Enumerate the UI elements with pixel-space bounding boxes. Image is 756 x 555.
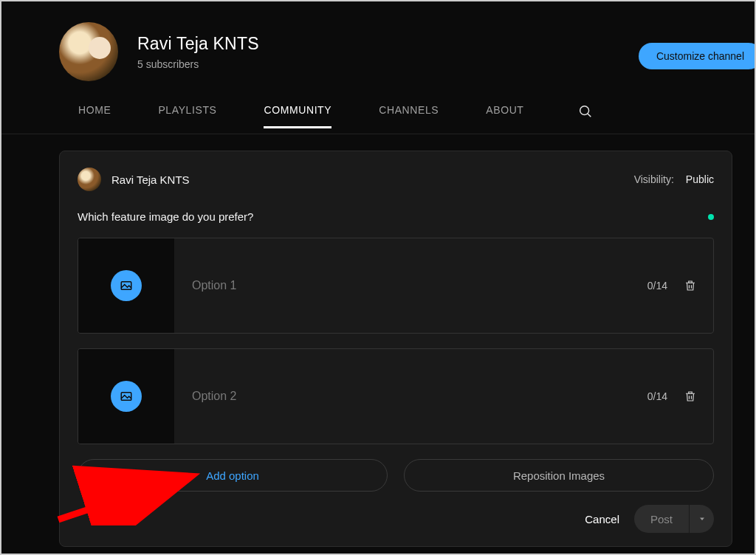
composer-header: Ravi Teja KNTS Visibility: Public [78,168,714,191]
svg-line-1 [587,113,590,116]
add-option-button[interactable]: Add option [78,459,388,492]
channel-tabs: HOME PLAYLISTS COMMUNITY CHANNELS ABOUT [1,99,755,134]
option-char-count: 0/14 [647,390,667,402]
reposition-images-button[interactable]: Reposition Images [404,459,714,492]
composer-avatar [78,168,101,191]
delete-option-button[interactable] [682,278,698,294]
channel-header: Ravi Teja KNTS 5 subscribers Customize c… [1,1,755,81]
trash-icon [684,389,697,404]
trash-icon [684,278,697,293]
composer-author: Ravi Teja KNTS [111,173,190,186]
svg-point-0 [580,106,588,114]
channel-subscribers: 5 subscribers [137,58,259,70]
tab-channels[interactable]: CHANNELS [379,104,439,128]
channel-avatar[interactable] [59,22,118,81]
app-frame: Ravi Teja KNTS 5 subscribers Customize c… [1,1,755,554]
channel-name: Ravi Teja KNTS [137,34,259,54]
poll-option: 0/14 [78,348,714,444]
visibility-value: Public [686,173,714,185]
customize-channel-button[interactable]: Customize channel [639,43,755,69]
option-text-input[interactable] [192,279,647,292]
channel-text: Ravi Teja KNTS 5 subscribers [137,34,259,70]
option-image-upload[interactable] [78,349,174,444]
community-post-composer: Ravi Teja KNTS Visibility: Public [59,151,732,547]
tab-community[interactable]: COMMUNITY [264,104,331,128]
cancel-button[interactable]: Cancel [585,513,619,525]
image-icon [120,279,133,292]
image-icon [120,390,133,403]
search-icon [577,103,594,120]
visibility-label: Visibility: [634,173,674,185]
tab-home[interactable]: HOME [78,104,111,128]
tab-about[interactable]: ABOUT [486,104,523,128]
chevron-down-icon [698,514,707,523]
visibility-selector[interactable]: Visibility: Public [634,173,714,185]
option-text-input[interactable] [192,390,647,403]
post-button[interactable]: Post [634,505,689,533]
delete-option-button[interactable] [682,388,698,404]
post-button-group: Post [634,505,714,533]
save-status-dot-icon [708,214,714,220]
option-image-upload[interactable] [78,238,174,333]
poll-option: 0/14 [78,238,714,334]
poll-question-input[interactable] [78,210,587,223]
post-menu-button[interactable] [689,505,714,533]
option-char-count: 0/14 [647,280,667,292]
tab-search-button[interactable] [577,103,594,130]
tab-playlists[interactable]: PLAYLISTS [158,104,216,128]
